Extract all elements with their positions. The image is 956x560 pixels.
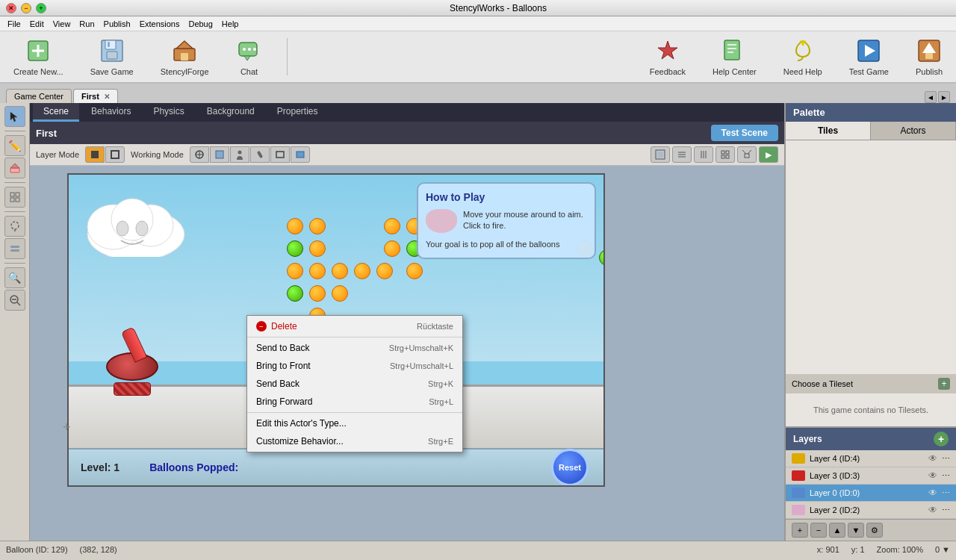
context-delete[interactable]: − Delete Rücktaste bbox=[247, 317, 462, 335]
context-bring-forward[interactable]: Bring Forward Strg+L bbox=[247, 393, 462, 411]
maximize-button[interactable]: + bbox=[36, 3, 46, 13]
svg-line-40 bbox=[17, 302, 20, 305]
eraser-tool-button[interactable] bbox=[4, 158, 25, 178]
window-controls[interactable]: ✕ − + bbox=[6, 3, 46, 13]
menu-publish[interactable]: Publish bbox=[99, 19, 135, 28]
layer-settings-btn[interactable]: ⚙ bbox=[866, 523, 883, 538]
layer-remove-btn[interactable]: − bbox=[810, 523, 827, 538]
scene-tab-physics[interactable]: Physics bbox=[143, 103, 194, 122]
publish-button[interactable]: Publish bbox=[910, 34, 949, 79]
context-edit-actor[interactable]: Edit this Actor's Type... bbox=[247, 414, 462, 432]
menu-view[interactable]: View bbox=[49, 19, 75, 28]
layers-tool-button[interactable] bbox=[4, 238, 25, 259]
menu-help[interactable]: Help bbox=[217, 19, 243, 28]
feedback-icon bbox=[654, 37, 681, 64]
tab-nav-next[interactable]: ► bbox=[938, 91, 950, 103]
tool-separator-2 bbox=[4, 182, 25, 183]
svg-rect-50 bbox=[276, 152, 284, 158]
context-send-back[interactable]: Send Back Strg+K bbox=[247, 375, 462, 393]
menu-run[interactable]: Run bbox=[75, 19, 99, 28]
lasso-tool-button[interactable] bbox=[4, 216, 25, 237]
scene-namebar: First Test Scene bbox=[30, 122, 784, 144]
view-btn-1[interactable] bbox=[651, 146, 670, 163]
layer-row-2[interactable]: Layer 2 (ID:2) 👁 ⋯ bbox=[786, 502, 956, 519]
scene-tab-behaviors[interactable]: Behaviors bbox=[81, 103, 141, 122]
add-layer-canvas-button[interactable]: + bbox=[63, 420, 71, 435]
layer-add-btn[interactable]: + bbox=[792, 523, 808, 538]
working-mode-person[interactable] bbox=[230, 146, 249, 163]
palette-tab-tiles[interactable]: Tiles bbox=[786, 122, 871, 140]
grid-tool-button[interactable] bbox=[4, 187, 25, 208]
view-btn-3[interactable] bbox=[694, 146, 713, 163]
working-mode-fill[interactable] bbox=[291, 146, 310, 163]
tab-nav-prev[interactable]: ◄ bbox=[925, 91, 937, 103]
select-tool-button[interactable] bbox=[4, 106, 25, 127]
tool-separator-4 bbox=[4, 263, 25, 264]
layer-row-3[interactable]: Layer 3 (ID:3) 👁 ⋯ bbox=[786, 467, 956, 485]
palette-tab-actors[interactable]: Actors bbox=[871, 122, 956, 140]
zoom-in-button[interactable]: 🔍 bbox=[4, 267, 25, 288]
layer-4-visibility[interactable]: 👁 bbox=[928, 453, 937, 464]
save-game-button[interactable]: Save Game bbox=[84, 34, 140, 79]
view-btn-5[interactable] bbox=[737, 146, 757, 163]
howtoplay-line2: Your goal is to pop all of the balloons bbox=[426, 239, 587, 250]
layer-row-0[interactable]: Layer 0 (ID:0) 👁 ⋯ bbox=[786, 485, 956, 502]
canvas-area[interactable]: How to Play Move your mouse around to ai… bbox=[30, 166, 784, 541]
tab-first-close[interactable]: ✕ bbox=[104, 93, 110, 101]
layer-mode-outline[interactable] bbox=[105, 146, 125, 163]
scene-tab-background[interactable]: Background bbox=[196, 103, 265, 122]
menu-edit[interactable]: Edit bbox=[25, 19, 49, 28]
context-customize-behavior[interactable]: Customize Behavior... Strg+E bbox=[247, 432, 462, 450]
working-mode-paint[interactable] bbox=[190, 146, 209, 163]
test-game-button[interactable]: Test Game bbox=[843, 34, 895, 79]
layer-row-4[interactable]: Layer 4 (ID:4) 👁 ⋯ bbox=[786, 450, 956, 467]
add-tileset-button[interactable]: + bbox=[938, 378, 950, 390]
menu-file[interactable]: File bbox=[3, 19, 25, 28]
close-button[interactable]: ✕ bbox=[6, 3, 16, 13]
scene-tab-properties[interactable]: Properties bbox=[267, 103, 329, 122]
layer-3-extra[interactable]: ⋯ bbox=[942, 471, 950, 481]
need-help-button[interactable]: Need Help bbox=[777, 34, 828, 79]
reset-button[interactable]: Reset bbox=[551, 449, 589, 486]
working-mode-select[interactable] bbox=[210, 146, 229, 163]
zoom-out-button[interactable] bbox=[4, 290, 25, 311]
layer-move-up-btn[interactable]: ▲ bbox=[829, 523, 845, 538]
context-bring-to-front[interactable]: Bring to Front Strg+Umschalt+L bbox=[247, 357, 462, 375]
cannon bbox=[106, 326, 158, 396]
pencil-tool-button[interactable]: ✏️ bbox=[4, 135, 25, 156]
svg-rect-5 bbox=[107, 52, 117, 59]
layer-0-visibility[interactable]: 👁 bbox=[928, 488, 937, 498]
stencylforge-button[interactable]: StencylForge bbox=[155, 34, 215, 79]
menu-debug[interactable]: Debug bbox=[184, 19, 217, 28]
minimize-button[interactable]: − bbox=[21, 3, 31, 13]
tab-game-center[interactable]: Game Center bbox=[6, 89, 72, 103]
stencylforge-icon bbox=[171, 37, 198, 64]
chat-icon bbox=[236, 37, 263, 64]
working-mode-rect[interactable] bbox=[270, 146, 290, 163]
scene-tab-scene[interactable]: Scene bbox=[33, 103, 79, 122]
test-scene-button[interactable]: Test Scene bbox=[711, 125, 778, 141]
tab-first[interactable]: First ✕ bbox=[73, 89, 118, 103]
layer-move-down-btn[interactable]: ▼ bbox=[848, 523, 864, 538]
layer-2-visibility[interactable]: 👁 bbox=[928, 505, 937, 515]
svg-rect-47 bbox=[216, 151, 223, 158]
add-layer-button[interactable]: + bbox=[934, 432, 949, 447]
help-center-button[interactable]: Help Center bbox=[707, 34, 763, 79]
context-send-to-back[interactable]: Send to Back Strg+Umschalt+K bbox=[247, 339, 462, 357]
layer-mode-solid[interactable] bbox=[85, 146, 105, 163]
view-btn-2[interactable] bbox=[672, 146, 692, 163]
layer-4-extra[interactable]: ⋯ bbox=[942, 454, 950, 464]
menu-extensions[interactable]: Extensions bbox=[135, 19, 184, 28]
layer-0-extra[interactable]: ⋯ bbox=[942, 488, 950, 498]
context-send-back-label: Send Back bbox=[256, 379, 428, 389]
play-mode-button[interactable]: ▶ bbox=[759, 146, 778, 163]
feedback-button[interactable]: Feedback bbox=[644, 34, 692, 79]
working-mode-wrench[interactable] bbox=[250, 146, 270, 163]
create-new-button[interactable]: Create New... bbox=[7, 34, 69, 79]
chat-button[interactable]: Chat bbox=[230, 34, 269, 79]
angle-display[interactable]: 0 ▼ bbox=[935, 545, 950, 554]
layer-2-extra[interactable]: ⋯ bbox=[942, 505, 950, 515]
layer-3-visibility[interactable]: 👁 bbox=[928, 470, 937, 481]
scene-wrap: Scene Behaviors Physics Background Prope… bbox=[30, 103, 784, 541]
view-btn-4[interactable] bbox=[716, 146, 735, 163]
